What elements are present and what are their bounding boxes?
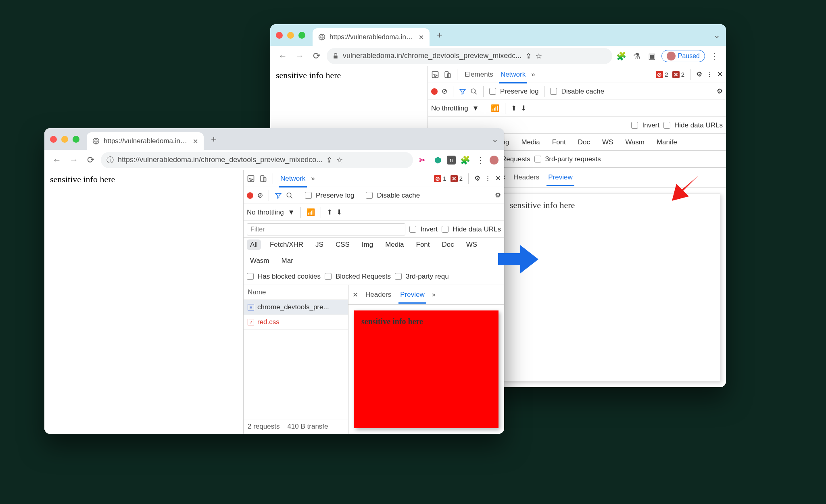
search-icon[interactable]: [470, 88, 478, 95]
gear-icon[interactable]: ⚙: [717, 87, 723, 96]
more-tabs-icon[interactable]: »: [432, 291, 436, 299]
tab-network[interactable]: Network: [279, 172, 307, 185]
avatar[interactable]: [490, 156, 499, 165]
dropdown-icon[interactable]: ▼: [288, 208, 295, 217]
panel-icon[interactable]: ▣: [646, 50, 658, 62]
device-icon[interactable]: [443, 71, 451, 79]
omnibox[interactable]: ⓘ https://vulnerabledoma.in/chrome_devto…: [101, 152, 413, 168]
fullscreen-icon[interactable]: [73, 136, 79, 143]
reload-button[interactable]: ⟳: [84, 153, 98, 167]
omnibox[interactable]: vulnerabledoma.in/chrome_devtools_previe…: [327, 48, 612, 64]
preserve-log-checkbox[interactable]: [305, 192, 312, 199]
filter-type[interactable]: Doc: [575, 137, 593, 148]
close-tab-icon[interactable]: ✕: [193, 137, 198, 145]
filter-type[interactable]: Font: [549, 137, 569, 148]
inspect-icon[interactable]: [247, 175, 255, 183]
blocked-badge[interactable]: ✕2: [451, 175, 463, 182]
tab-headers[interactable]: Headers: [364, 288, 393, 301]
search-icon[interactable]: [286, 192, 293, 199]
inspect-icon[interactable]: [431, 71, 439, 79]
filter-type[interactable]: Img: [359, 240, 376, 250]
filter-type[interactable]: Font: [413, 240, 433, 250]
filter-input[interactable]: Filter: [247, 223, 405, 235]
filter-type[interactable]: Wasm: [622, 137, 648, 148]
extensions-icon[interactable]: 🧩: [615, 50, 628, 62]
error-badge[interactable]: ⊘1: [434, 175, 446, 182]
third-party-checkbox[interactable]: [534, 156, 541, 162]
clear-icon[interactable]: ⊘: [442, 87, 447, 96]
star-icon[interactable]: ☆: [536, 52, 542, 60]
star-icon[interactable]: ☆: [336, 156, 343, 165]
gear-icon[interactable]: ⚙: [495, 191, 501, 200]
record-button[interactable]: [431, 88, 438, 95]
chevron-down-icon[interactable]: ⌄: [713, 30, 720, 40]
hide-urls-checkbox[interactable]: [442, 226, 448, 233]
filter-type[interactable]: WS: [463, 240, 480, 250]
filter-icon[interactable]: [459, 88, 466, 95]
gear-icon[interactable]: ⚙: [474, 174, 480, 183]
fullscreen-icon[interactable]: [298, 32, 305, 39]
more-tabs-icon[interactable]: »: [531, 71, 535, 79]
upload-icon[interactable]: ⬆: [511, 104, 517, 112]
filter-type[interactable]: CSS: [332, 240, 353, 250]
kebab-icon[interactable]: ⋮: [706, 70, 713, 79]
blocked-badge[interactable]: ✕2: [672, 71, 684, 78]
traffic-lights[interactable]: [50, 136, 79, 143]
clear-icon[interactable]: ⊘: [257, 191, 263, 200]
new-tab-button[interactable]: +: [211, 133, 217, 145]
minimize-icon[interactable]: [61, 136, 68, 143]
browser-tab[interactable]: https://vulnerabledoma.in/chro ✕: [313, 28, 430, 46]
traffic-lights[interactable]: [276, 32, 305, 39]
close-icon[interactable]: [50, 136, 57, 143]
close-detail-icon[interactable]: ✕: [353, 291, 358, 299]
filter-type[interactable]: Media: [382, 240, 407, 250]
filter-icon[interactable]: [275, 192, 282, 199]
download-icon[interactable]: ⬇: [521, 104, 526, 112]
browser-tab[interactable]: https://vulnerabledoma.in/chro ✕: [87, 132, 204, 150]
blocked-cookies-checkbox[interactable]: [247, 273, 254, 280]
minimize-icon[interactable]: [287, 32, 294, 39]
record-button[interactable]: [247, 192, 253, 199]
kebab-icon[interactable]: ⋮: [484, 174, 491, 183]
request-row[interactable]: ↗ red.css: [244, 315, 348, 330]
filter-type[interactable]: Doc: [439, 240, 457, 250]
third-party-checkbox[interactable]: [395, 273, 402, 280]
blocked-req-checkbox[interactable]: [325, 273, 332, 280]
invert-checkbox[interactable]: [631, 122, 638, 129]
tab-preview[interactable]: Preview: [546, 171, 574, 184]
reload-button[interactable]: ⟳: [310, 49, 323, 63]
close-tab-icon[interactable]: ✕: [419, 33, 424, 41]
ext-icon-2[interactable]: n: [447, 156, 456, 165]
throttling-select[interactable]: No throttling: [431, 104, 468, 112]
throttling-select[interactable]: No throttling: [247, 208, 284, 217]
gear-icon[interactable]: ⚙: [696, 70, 702, 79]
close-devtools-icon[interactable]: ✕: [495, 174, 501, 183]
filter-type[interactable]: Mar: [278, 256, 296, 266]
menu-icon[interactable]: ⋮: [474, 154, 486, 166]
back-button[interactable]: ←: [50, 153, 64, 167]
invert-checkbox[interactable]: [409, 226, 416, 233]
download-icon[interactable]: ⬇: [336, 208, 342, 217]
share-icon[interactable]: ⇪: [326, 156, 332, 165]
filter-type[interactable]: Wasm: [247, 256, 273, 266]
request-row[interactable]: ≡ chrome_devtools_pre...: [244, 300, 348, 315]
upload-icon[interactable]: ⬆: [327, 208, 332, 217]
new-tab-button[interactable]: +: [437, 29, 442, 41]
filter-type[interactable]: Media: [518, 137, 543, 148]
chevron-down-icon[interactable]: ⌄: [492, 134, 499, 144]
tab-headers[interactable]: Headers: [512, 171, 541, 184]
profile-paused-chip[interactable]: Paused: [661, 50, 705, 62]
scissors-icon[interactable]: ✂: [416, 154, 428, 166]
share-icon[interactable]: ⇪: [526, 52, 532, 60]
tab-preview[interactable]: Preview: [398, 288, 426, 301]
filter-type[interactable]: JS: [312, 240, 327, 250]
hide-urls-checkbox[interactable]: [663, 122, 670, 129]
filter-type[interactable]: Fetch/XHR: [267, 240, 307, 250]
tab-elements[interactable]: Elements: [463, 68, 495, 81]
more-tabs-icon[interactable]: »: [311, 175, 315, 183]
filter-all[interactable]: All: [247, 240, 261, 250]
menu-icon[interactable]: ⋮: [708, 50, 720, 62]
close-devtools-icon[interactable]: ✕: [717, 70, 723, 79]
ext-icon-1[interactable]: ⬢: [432, 154, 444, 166]
filter-type[interactable]: Manife: [653, 137, 680, 148]
